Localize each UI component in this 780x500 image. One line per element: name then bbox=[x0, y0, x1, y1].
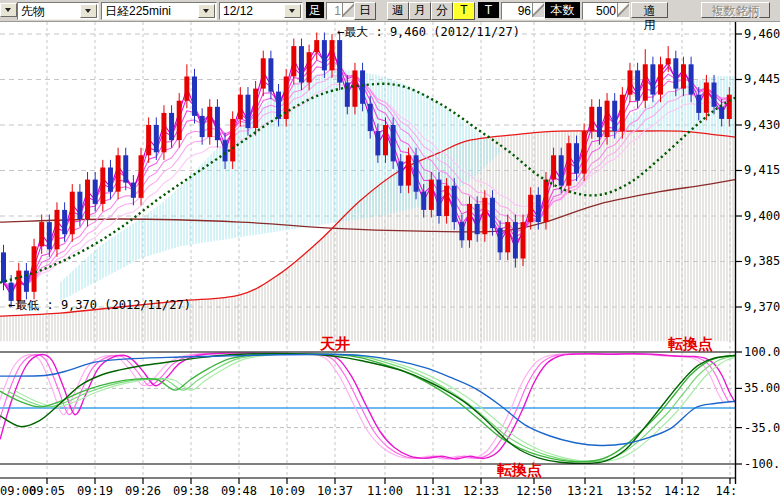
chevron-down-icon[interactable] bbox=[284, 4, 301, 18]
min-annotation: ←最低 : 9,370 (2012/11/27) bbox=[8, 297, 191, 314]
spinner-icon bbox=[342, 3, 354, 17]
interval-spinner: 1 bbox=[326, 2, 355, 20]
period-button-0[interactable]: 日 bbox=[354, 2, 376, 20]
bars-label: 本数 bbox=[545, 2, 580, 18]
price-panel bbox=[0, 33, 735, 342]
chevron-down-icon[interactable] bbox=[198, 4, 215, 18]
category-combobox[interactable]: 先物 bbox=[17, 2, 99, 20]
spinner-icon bbox=[532, 3, 544, 17]
toolbar: 先物 日経225mini 12/12 足 1 日週月分T T 96 本数 500… bbox=[0, 0, 780, 22]
apply-button[interactable]: 適用 bbox=[631, 2, 668, 18]
ashi-label: 足 bbox=[306, 2, 324, 18]
tick-count-value: 96 bbox=[518, 4, 531, 18]
date-combobox[interactable]: 12/12 bbox=[219, 2, 303, 20]
category-value: 先物 bbox=[21, 4, 45, 18]
period-button-2[interactable]: 月 bbox=[409, 2, 431, 20]
period-button-4[interactable]: T bbox=[453, 2, 475, 20]
turning-point-top-annotation: 転換点 bbox=[668, 335, 713, 354]
chevron-down-icon[interactable] bbox=[80, 4, 97, 18]
symbol-combobox[interactable]: 日経225mini bbox=[101, 2, 217, 20]
period-button-1[interactable]: 週 bbox=[387, 2, 409, 20]
spinner-icon bbox=[617, 3, 629, 17]
date-value: 12/12 bbox=[223, 4, 253, 18]
ceiling-annotation: 天井 bbox=[320, 335, 350, 354]
interval-value: 1 bbox=[334, 4, 341, 18]
multi-symbol-button: 複数銘柄 bbox=[701, 2, 770, 18]
max-annotation: ←最大 : 9,460 (2012/11/27) bbox=[337, 24, 520, 41]
price-chart-plot-area[interactable] bbox=[0, 0, 780, 500]
symbol-value: 日経225mini bbox=[105, 4, 171, 18]
turning-point-bottom-annotation: 転換点 bbox=[497, 461, 542, 480]
tick-label: T bbox=[478, 2, 499, 18]
bars-count-value: 500 bbox=[596, 4, 616, 18]
period-button-3[interactable]: 分 bbox=[431, 2, 453, 20]
tick-count-spinner[interactable]: 96 bbox=[501, 2, 545, 20]
chart-window: 先物 日経225mini 12/12 足 1 日週月分T T 96 本数 500… bbox=[0, 0, 780, 500]
bars-count-spinner[interactable]: 500 bbox=[582, 2, 630, 20]
chevron-down-icon[interactable] bbox=[0, 3, 17, 17]
